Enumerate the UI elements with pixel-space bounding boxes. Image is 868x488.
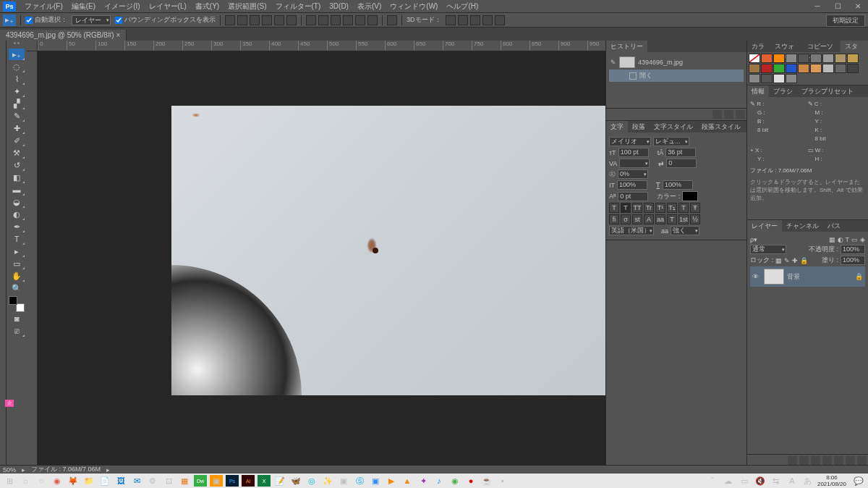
- menu-filter[interactable]: フィルター(T): [271, 1, 326, 12]
- swatch[interactable]: [761, 54, 773, 63]
- filter-shape-icon[interactable]: ▭: [851, 236, 858, 243]
- path-select-tool[interactable]: ▸: [9, 245, 25, 257]
- color-tab[interactable]: カラー: [747, 41, 770, 52]
- charstyle-tab[interactable]: 文字スタイル: [650, 121, 697, 132]
- outlook-icon[interactable]: ✉: [130, 475, 143, 487]
- lasso-tool[interactable]: ⌇: [9, 73, 25, 85]
- crop-tool[interactable]: ▞: [9, 98, 25, 109]
- smallcaps-btn[interactable]: Tr: [644, 203, 654, 213]
- vscale-field[interactable]: 100%: [617, 180, 647, 190]
- new-snapshot-icon[interactable]: [712, 110, 722, 119]
- filter-type-icon[interactable]: T: [846, 236, 850, 243]
- swatch[interactable]: [835, 54, 846, 63]
- alt-btn[interactable]: σ: [621, 214, 631, 224]
- swatch[interactable]: [761, 64, 773, 73]
- copysource-tab[interactable]: コピーソース: [803, 41, 841, 52]
- zoom-level[interactable]: 50%: [3, 466, 16, 474]
- app-icon[interactable]: ▦: [178, 475, 191, 487]
- swatch[interactable]: [835, 64, 846, 73]
- allcaps-btn[interactable]: TT: [632, 203, 642, 213]
- tray-notification-icon[interactable]: 💬: [852, 475, 865, 487]
- document-tab[interactable]: 4394696_m.jpg @ 50% (RGB/8#) ×: [0, 30, 127, 41]
- app5-icon[interactable]: ▣: [337, 475, 350, 487]
- tray-ime-a-icon[interactable]: A: [786, 475, 799, 487]
- history-step-open[interactable]: 開く: [609, 70, 744, 82]
- link-layers-icon[interactable]: [788, 456, 797, 465]
- layers-tab[interactable]: レイヤー: [747, 220, 782, 232]
- shape-tool[interactable]: ▭: [9, 258, 25, 269]
- align-icons[interactable]: [225, 15, 297, 25]
- notepad-icon[interactable]: 📄: [98, 475, 111, 487]
- gradient-tool[interactable]: ▬: [9, 184, 25, 195]
- illustrator-icon[interactable]: Ai: [242, 475, 255, 487]
- marquee-tool[interactable]: ◌: [9, 61, 25, 72]
- new-layer-icon[interactable]: [846, 456, 855, 465]
- tray-volume-icon[interactable]: 🔇: [754, 475, 767, 487]
- brush-preset-tab[interactable]: ブラシプリセット: [797, 85, 858, 97]
- swatch[interactable]: [786, 54, 797, 63]
- group-icon[interactable]: [834, 456, 843, 465]
- tray-battery-icon[interactable]: ▭: [738, 475, 751, 487]
- heal-tool[interactable]: ✚: [9, 122, 25, 134]
- layer-row[interactable]: 👁 背景 🔒: [750, 266, 865, 287]
- dreamweaver-icon[interactable]: Dw: [194, 475, 207, 487]
- baseline-field[interactable]: 0 pt: [618, 192, 648, 201]
- stylistic-btn[interactable]: st: [632, 214, 642, 224]
- toolbar-grip[interactable]: [9, 42, 25, 46]
- menu-image[interactable]: イメージ(I): [100, 1, 144, 12]
- tray-clock[interactable]: 8:062021/08/20: [817, 474, 849, 487]
- app6-icon[interactable]: ✦: [417, 475, 430, 487]
- eraser-tool[interactable]: ◧: [9, 172, 25, 183]
- auto-align-icon[interactable]: [387, 15, 397, 25]
- menu-edit[interactable]: 編集(E): [67, 1, 100, 12]
- swatch[interactable]: [822, 64, 834, 73]
- app3-icon[interactable]: ◎: [305, 475, 318, 487]
- swatch[interactable]: [847, 54, 859, 63]
- butterfly-icon[interactable]: 🦋: [289, 475, 302, 487]
- lock-pixels-icon[interactable]: ▦: [775, 257, 782, 264]
- tab-close-icon[interactable]: ×: [116, 31, 120, 39]
- slashed-btn[interactable]: ½: [690, 214, 700, 224]
- vlc-icon[interactable]: ▲: [401, 475, 414, 487]
- brush-tool[interactable]: ✐: [9, 135, 25, 146]
- swatch[interactable]: [749, 64, 760, 73]
- eyedropper-tool[interactable]: ✎: [9, 110, 25, 122]
- mask-icon[interactable]: [811, 456, 820, 465]
- menu-3d[interactable]: 3D(D): [325, 2, 353, 10]
- menu-window[interactable]: ウィンドウ(W): [386, 1, 442, 12]
- trash-icon[interactable]: [736, 110, 745, 119]
- contextual-btn[interactable]: T: [667, 214, 677, 224]
- menu-help[interactable]: ヘルプ(H): [442, 1, 482, 12]
- swatch[interactable]: [773, 64, 785, 73]
- type-tool[interactable]: T: [9, 233, 25, 245]
- lock-all-icon[interactable]: ✚: [792, 257, 798, 264]
- swatch[interactable]: [798, 54, 809, 63]
- dodge-tool[interactable]: ◐: [9, 209, 25, 220]
- sublime-icon[interactable]: ▣: [210, 475, 223, 487]
- tsume-field[interactable]: 0%: [618, 169, 648, 179]
- superscript-btn[interactable]: T¹: [655, 203, 665, 213]
- font-style-dropdown[interactable]: レギュ...: [653, 137, 689, 146]
- layer-name[interactable]: 背景: [787, 272, 800, 282]
- firefox-icon[interactable]: 🦊: [67, 475, 80, 487]
- liga-btn[interactable]: fi: [609, 214, 619, 224]
- swatch[interactable]: [749, 74, 760, 83]
- music-icon[interactable]: ♪: [433, 475, 446, 487]
- swatch[interactable]: [773, 74, 785, 83]
- screenmode-tool[interactable]: ⎚: [9, 325, 25, 337]
- canvas-image[interactable]: [171, 106, 605, 395]
- adjustment-icon[interactable]: [822, 456, 832, 465]
- lang-dropdown[interactable]: 英語（米国）: [609, 226, 654, 235]
- menu-view[interactable]: 表示(V): [353, 1, 386, 12]
- filter-adj-icon[interactable]: ◐: [838, 236, 843, 243]
- opacity-field[interactable]: 100%: [841, 245, 865, 254]
- menu-file[interactable]: ファイル(F): [20, 1, 67, 12]
- tray-wifi-icon[interactable]: ⇆: [770, 475, 783, 487]
- settings-icon[interactable]: ⚙: [146, 475, 159, 487]
- ruler-origin[interactable]: [27, 41, 38, 51]
- bold-btn[interactable]: T: [609, 203, 619, 213]
- search-icon[interactable]: ⌕: [19, 475, 32, 487]
- ruler-vertical[interactable]: [27, 51, 38, 466]
- swatch[interactable]: [749, 54, 760, 63]
- photos-icon[interactable]: 🖼: [114, 475, 127, 487]
